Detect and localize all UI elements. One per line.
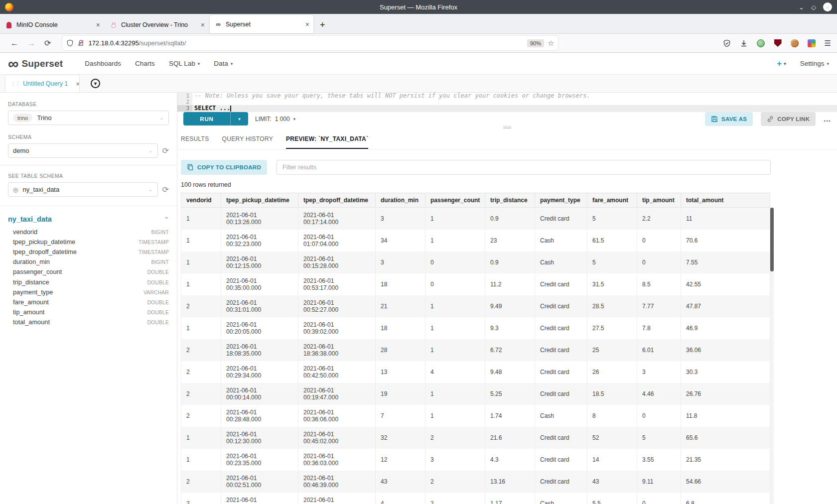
tab-close-icon[interactable]: × [201, 21, 205, 29]
copy-to-clipboard-button[interactable]: COPY TO CLIPBOARD [181, 160, 267, 175]
chevron-down-icon: ⌄ [148, 186, 152, 193]
column-header[interactable]: fare_amount [587, 193, 637, 207]
url-text[interactable]: 172.18.0.4:32295/superset/sqllab/ [88, 39, 524, 47]
filter-results-input[interactable] [277, 160, 771, 175]
cookie-extension-icon[interactable] [791, 39, 799, 47]
table-cell: 2021-06-01 00:29:34.000 [221, 361, 298, 383]
download-icon[interactable] [740, 39, 748, 47]
results-pane-tab-query-history[interactable]: QUERY HISTORY [222, 135, 273, 149]
tab-close-icon[interactable]: × [305, 20, 309, 28]
extension-green-icon[interactable] [757, 39, 765, 47]
copy-link-button[interactable]: COPY LINK [761, 112, 816, 126]
tab-close-icon[interactable]: × [96, 21, 100, 29]
nav-item-data[interactable]: Data▾ [214, 60, 233, 67]
query-tab-untitled[interactable]: ⋮⋮ Untitled Query 1 × [5, 75, 80, 92]
editor-pane: 1-- Note: Unless you save your query, th… [177, 93, 837, 504]
sql-editor[interactable]: 1-- Note: Unless you save your query, th… [177, 93, 837, 112]
add-new-button[interactable]: +▾ [777, 59, 786, 69]
settings-menu[interactable]: Settings▾ [800, 60, 829, 67]
run-button-label[interactable]: RUN [183, 112, 230, 126]
column-type: DOUBLE [147, 310, 169, 315]
table-cell: 11 [681, 207, 770, 230]
results-pane-tab-preview-ny-taxi-data[interactable]: PREVIEW: `NY_TAXI_DATA` [286, 135, 368, 149]
table-cell: Credit card [535, 361, 587, 383]
collapse-chevron-up-icon[interactable]: ⌃ [164, 216, 169, 223]
nav-item-charts[interactable]: Charts [135, 60, 155, 67]
ublock-icon[interactable] [774, 39, 782, 47]
table-cell: 9.48 [485, 361, 535, 383]
column-header[interactable]: payment_type [535, 193, 587, 207]
window-title: Superset — Mozilla Firefox [0, 3, 837, 11]
add-query-tab-button[interactable]: ▾ [91, 79, 100, 88]
shield-check-icon[interactable] [723, 39, 731, 47]
table-cell: 2.2 [637, 207, 681, 230]
limit-control[interactable]: LIMIT: 1 000 ▾ [255, 116, 295, 123]
new-tab-icon[interactable]: + [320, 20, 325, 30]
refresh-schema-icon[interactable]: ⟳ [162, 147, 169, 155]
save-icon [711, 116, 718, 123]
window-close-icon[interactable]: × [823, 2, 832, 11]
table-cell: 8 [587, 405, 637, 427]
table-cell: 5 [587, 252, 637, 273]
results-pane-tab-results[interactable]: RESULTS [181, 135, 209, 149]
column-name: tip_amount [13, 308, 44, 316]
more-options-icon[interactable]: ... [824, 115, 831, 123]
url-bar[interactable]: 172.18.0.4:32295/superset/sqllab/ 90% ☆ [62, 36, 558, 50]
drag-handle-icon[interactable]: ⋮⋮ [10, 81, 19, 87]
database-select[interactable]: trino Trino ⌄ [8, 111, 169, 125]
table-cell: 36.06 [681, 339, 770, 361]
table-cell: 1 [181, 230, 221, 252]
table-cell: 2 [425, 493, 485, 504]
column-header[interactable]: vendorid [181, 193, 221, 207]
run-button[interactable]: RUN ▾ [183, 112, 248, 126]
table-select[interactable]: ◎ ny_taxi_data ⌄ [8, 182, 158, 197]
schema-column-row: vendoridBIGINT [8, 227, 169, 237]
table-schema-heading[interactable]: ny_taxi_data [8, 215, 52, 223]
insecure-lock-icon[interactable] [77, 39, 85, 47]
column-header[interactable]: tip_amount [637, 193, 681, 207]
browser-tab-trino[interactable]: Cluster Overview - Trino × [105, 16, 209, 33]
table-cell: 18.5 [587, 383, 637, 405]
browser-tab-minio[interactable]: MinIO Console × [0, 16, 104, 33]
scrollbar-thumb[interactable] [770, 208, 774, 271]
back-icon[interactable]: ← [10, 39, 18, 48]
run-caret-icon[interactable]: ▾ [230, 112, 248, 126]
column-type: TIMESTAMP [139, 240, 169, 245]
schema-column-row: payment_typeVARCHAR [8, 287, 169, 297]
refresh-table-icon[interactable]: ⟳ [162, 186, 169, 194]
table-cell: 2021-06-01 00:35:00.000 [221, 273, 298, 295]
table-cell: 5 [637, 427, 681, 449]
extension-colorful-icon[interactable] [808, 39, 816, 47]
table-cell: 1 [425, 230, 485, 252]
forward-icon[interactable]: → [27, 39, 35, 48]
column-header[interactable]: total_amount [681, 193, 770, 207]
shield-icon[interactable] [66, 39, 74, 47]
table-cell: 1 [425, 405, 485, 427]
column-header[interactable]: passenger_count [425, 193, 485, 207]
column-header[interactable]: tpep_dropoff_datetime [298, 193, 376, 207]
menu-icon[interactable]: ☰ [825, 39, 831, 48]
window-maximize-icon[interactable]: ◇ [811, 3, 816, 11]
table-cell: 47.87 [681, 295, 770, 317]
column-header[interactable]: tpep_pickup_datetime [221, 193, 298, 207]
nav-item-dashboards[interactable]: Dashboards [85, 60, 121, 67]
save-as-button[interactable]: SAVE AS [705, 112, 753, 126]
nav-item-sql-lab[interactable]: SQL Lab▾ [169, 60, 200, 67]
zoom-level-badge[interactable]: 90% [527, 39, 544, 47]
table-scrollbar[interactable] [770, 208, 774, 504]
browser-tab-superset[interactable]: ∞ Superset × [210, 15, 313, 33]
query-tab-close-icon[interactable]: × [76, 80, 80, 88]
table-cell: 2021-06-01 00:56:04.000 [221, 493, 298, 504]
window-minimize-icon[interactable]: ⌄ [799, 3, 804, 11]
schema-select[interactable]: demo ⌄ [8, 143, 158, 158]
column-header[interactable]: trip_distance [485, 193, 535, 207]
table-cell: 11.8 [681, 405, 770, 427]
limit-value[interactable]: 1 000 [275, 116, 290, 123]
table-cell: 1 [181, 427, 221, 449]
table-cell: 2021-06-01 00:46:39.000 [298, 471, 376, 493]
reload-icon[interactable]: ⟳ [44, 38, 51, 48]
caret-down-icon: ▾ [293, 117, 296, 122]
column-header[interactable]: duration_min [376, 193, 425, 207]
bookmark-star-icon[interactable]: ☆ [548, 39, 554, 48]
superset-logo[interactable]: ∞ Superset [8, 57, 63, 70]
